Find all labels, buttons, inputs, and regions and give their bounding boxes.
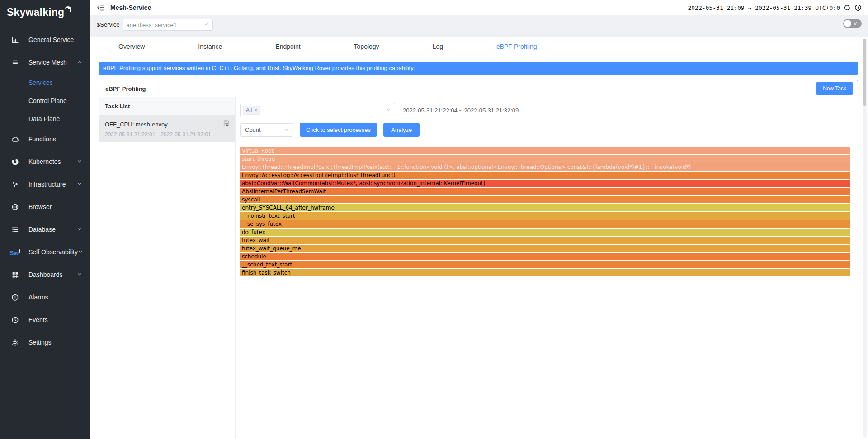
select-processes-button[interactable]: Click to select processes: [300, 123, 377, 137]
sidebar-item-label: General Service: [28, 36, 82, 43]
service-select[interactable]: agentless::service1: [123, 19, 213, 31]
chevron-down-icon: [77, 271, 82, 278]
task-detail-icon[interactable]: [222, 120, 230, 129]
chevron-down-icon: [284, 126, 289, 134]
chevron-down-icon: [203, 21, 209, 29]
database-icon: [11, 225, 19, 234]
sidebar-item-label: Service Mesh: [28, 59, 77, 66]
sidebar-item-label: Infrastructure: [28, 181, 77, 188]
flame-frame-virtual-root[interactable]: Virtual Root: [240, 147, 850, 154]
flame-frame-noinstr-text-start[interactable]: __noinstr_text_start: [240, 212, 850, 220]
sidebar-item-settings[interactable]: Settings: [0, 331, 90, 354]
self-observability-icon: Sw): [11, 248, 19, 256]
flame-frame-schedule[interactable]: schedule: [240, 253, 850, 260]
tab-topology[interactable]: Topology: [354, 43, 379, 50]
top-header: Mesh-Service 2022-05-31 21:09 ~ 2022-05-…: [90, 0, 868, 16]
aggregate-type-select[interactable]: Count: [240, 123, 293, 137]
flame-frame-abslinternalperthreadsemwait[interactable]: AbslInternalPerThreadSemWait: [240, 188, 850, 195]
tab-overview[interactable]: Overview: [118, 43, 145, 50]
chevron-down-icon: [386, 106, 391, 114]
sidebar-item-self-observability[interactable]: Sw)Self Observability: [0, 241, 90, 263]
page-scrollbar[interactable]: [863, 38, 867, 438]
service-bar: $Service agentless::service1 V: [90, 16, 868, 37]
ebpf-info-banner: eBPF Profiling support services written …: [99, 62, 858, 75]
sidebar-item-service-mesh[interactable]: Service Mesh: [0, 51, 90, 74]
flame-frame-absl-condvar-waitcommon-absl-mutex-absl-[interactable]: absl::CondVar::WaitCommon(absl::Mutex*, …: [240, 180, 850, 187]
sidebar-item-services[interactable]: Services: [0, 74, 90, 92]
sidebar-item-dashboards[interactable]: Dashboards: [0, 263, 90, 286]
tab-instance[interactable]: Instance: [198, 43, 222, 50]
time-range-picker[interactable]: 2022-05-31 21:09 ~ 2022-05-31 21:39 UTC+…: [688, 5, 840, 11]
sidebar-item-label: Control Plane: [28, 97, 90, 104]
info-icon[interactable]: [854, 4, 862, 11]
version-toggle[interactable]: V: [843, 19, 862, 28]
chevron-down-icon: [77, 158, 82, 165]
remove-tag-icon[interactable]: ×: [254, 107, 257, 113]
sidebar-item-kubernetes[interactable]: Kubernetes: [0, 150, 90, 173]
task-list-item[interactable]: OFF_CPU: mesh-envoy 2022-05-31 21:22:01 …: [99, 116, 235, 142]
sidebar: Skywalking General ServiceService MeshSe…: [0, 0, 90, 439]
flame-frame-se-sys-futex[interactable]: __se_sys_futex: [240, 220, 850, 228]
collapse-menu-icon[interactable]: [97, 2, 110, 14]
service-select-value: agentless::service1: [127, 22, 203, 28]
new-task-button[interactable]: New Task: [816, 82, 853, 95]
sidebar-item-label: Services: [28, 79, 90, 86]
sidebar-item-label: Settings: [28, 339, 82, 346]
alarms-icon: [11, 293, 19, 301]
page-title: Mesh-Service: [110, 4, 151, 11]
flame-frame-syscall[interactable]: syscall: [240, 196, 850, 203]
aggregate-type-value: Count: [245, 126, 284, 133]
sidebar-item-label: Data Plane: [28, 115, 90, 122]
app-logo-text: Skywalking: [7, 6, 64, 19]
sidebar-item-label: Database: [28, 226, 77, 233]
bar-chart-icon: [11, 36, 19, 44]
chevron-down-icon: [78, 248, 83, 256]
service-mesh-icon: [11, 58, 19, 66]
sidebar-item-label: Browser: [28, 203, 82, 210]
sidebar-item-functions[interactable]: Functions: [0, 128, 90, 150]
sidebar-item-control-plane[interactable]: Control Plane: [0, 92, 90, 110]
tab-endpoint[interactable]: Endpoint: [275, 43, 300, 50]
infrastructure-icon: [11, 180, 19, 188]
sidebar-item-database[interactable]: Database: [0, 218, 90, 241]
flame-frame-finish-task-switch[interactable]: finish_task_switch: [240, 269, 850, 276]
task-list-title: Task List: [99, 97, 235, 116]
sidebar-nav: General ServiceService MeshServicesContr…: [0, 28, 90, 354]
sidebar-item-events[interactable]: Events: [0, 308, 90, 331]
sidebar-item-label: Alarms: [28, 294, 82, 301]
sidebar-item-data-plane[interactable]: Data Plane: [0, 110, 90, 128]
panel-title: eBPF Profiling: [105, 85, 146, 92]
chevron-down-icon: [77, 181, 82, 188]
sidebar-item-label: Self Observability: [28, 248, 78, 256]
service-selector-label: $Service: [97, 19, 120, 31]
sidebar-item-label: Functions: [28, 135, 82, 143]
sidebar-item-general-service[interactable]: General Service: [0, 28, 90, 51]
cloud-icon: [11, 135, 19, 143]
panel-header: eBPF Profiling New Task: [99, 80, 858, 97]
flame-graph: Virtual Rootstart_threadEnvoy::Thread::T…: [240, 147, 850, 439]
settings-icon: [11, 338, 19, 346]
app-logo[interactable]: Skywalking: [0, 0, 90, 23]
flame-frame-futex-wait[interactable]: futex_wait: [240, 237, 850, 244]
dashboard-tabs: OverviewInstanceEndpointTopologyLogeBPF …: [90, 37, 868, 56]
task-name: OFF_CPU: mesh-envoy: [105, 121, 222, 128]
flame-frame-sched-text-start[interactable]: __sched_text_start: [240, 261, 850, 268]
flame-frame-do-futex[interactable]: do_futex: [240, 229, 850, 236]
scrollbar-thumb[interactable]: [863, 39, 866, 106]
sidebar-item-label: Events: [28, 316, 82, 323]
sidebar-item-alarms[interactable]: Alarms: [0, 286, 90, 308]
sidebar-item-label: Kubernetes: [28, 158, 77, 165]
flame-frame-futex-wait-queue-me[interactable]: futex_wait_queue_me: [240, 245, 850, 252]
flame-frame-entry-syscall-64-after-hwframe[interactable]: entry_SYSCALL_64_after_hwframe: [240, 204, 850, 211]
sidebar-item-browser[interactable]: Browser: [0, 196, 90, 218]
chevron-up-icon: [77, 59, 82, 66]
analyze-button[interactable]: Analyze: [383, 123, 420, 137]
flame-frame-envoy-thread-threadimplposix-threadimplp[interactable]: Envoy::Thread::ThreadImplPosix::ThreadIm…: [240, 163, 850, 171]
flame-frame-envoy-accesslog-accesslogfileimpl-flusht[interactable]: Envoy::AccessLog::AccessLogFileImpl::flu…: [240, 172, 850, 179]
tab-ebpf-profiling[interactable]: eBPF Profiling: [496, 43, 537, 50]
refresh-icon[interactable]: [844, 4, 851, 11]
tab-log[interactable]: Log: [433, 43, 443, 50]
scope-multiselect[interactable]: All ×: [240, 103, 395, 117]
flame-frame-start-thread[interactable]: start_thread: [240, 155, 850, 163]
sidebar-item-infrastructure[interactable]: Infrastructure: [0, 173, 90, 196]
